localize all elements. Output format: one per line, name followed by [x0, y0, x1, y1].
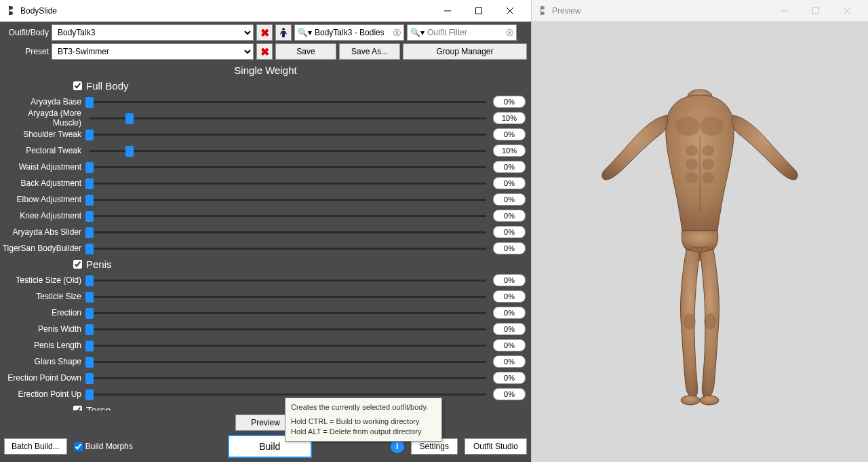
preview-viewport[interactable] [532, 22, 868, 462]
slider-track[interactable] [87, 225, 489, 239]
slider-track[interactable] [87, 111, 489, 125]
slider-value-input[interactable]: 10% [493, 145, 526, 157]
slider-value-input[interactable]: 0% [493, 323, 526, 335]
sliders-area[interactable]: Full Body Aryayda Base 0% Aryayda (More … [0, 78, 531, 410]
slider-value-input[interactable]: 0% [493, 161, 526, 173]
slider-thumb[interactable] [85, 162, 94, 173]
slider-label: TigerSan BodyBuilder [0, 244, 87, 253]
slider-thumb[interactable] [85, 244, 94, 254]
slider-track[interactable] [87, 144, 489, 157]
slider-track[interactable] [87, 95, 489, 109]
slider-thumb[interactable] [85, 308, 94, 319]
preset-select[interactable]: BT3-Swimmer [52, 43, 254, 60]
slider-thumb[interactable] [85, 357, 94, 368]
slider-track[interactable] [87, 306, 489, 320]
slider-track[interactable] [87, 209, 489, 223]
slider-thumb[interactable] [125, 146, 134, 157]
slider-track[interactable] [87, 242, 489, 255]
info-icon[interactable]: i [391, 440, 404, 453]
group-header[interactable]: Penis [0, 256, 530, 272]
slider-label: Shoulder Tweak [0, 130, 87, 139]
slider-thumb[interactable] [85, 130, 94, 140]
outfit-delete-button[interactable]: ✖ [256, 24, 273, 41]
slider-thumb[interactable] [85, 292, 94, 303]
save-button[interactable]: Save [275, 43, 336, 60]
group-filter-input[interactable] [315, 28, 391, 37]
preset-delete-button[interactable]: ✖ [256, 43, 273, 60]
clear-group-filter-icon[interactable]: ⓧ [393, 28, 401, 38]
save-as-button[interactable]: Save As... [339, 43, 400, 60]
slider-thumb[interactable] [85, 324, 94, 335]
build-morphs-checkbox-label[interactable]: Build Morphs [74, 442, 133, 451]
outfit-filter-search[interactable]: 🔍▾ ⓧ [407, 24, 517, 41]
outfit-studio-button[interactable]: Outfit Studio [465, 438, 527, 455]
slider-thumb[interactable] [85, 227, 94, 238]
slider-thumb[interactable] [85, 97, 94, 108]
slider-value-input[interactable]: 0% [493, 128, 526, 140]
slider-track[interactable] [87, 322, 489, 336]
maximize-button[interactable] [463, 1, 494, 21]
slider-track[interactable] [87, 160, 489, 174]
group-name: Full Body [86, 80, 129, 92]
clear-outfit-filter-icon[interactable]: ⓧ [506, 28, 513, 38]
slider-track[interactable] [87, 176, 489, 190]
slider-row: Aryayda (More Muscle) 10% [0, 110, 530, 126]
slider-thumb[interactable] [85, 373, 94, 384]
slider-track[interactable] [87, 355, 489, 368]
group-header[interactable]: Full Body [0, 78, 530, 94]
slider-value-input[interactable]: 0% [493, 307, 526, 319]
slider-row: Aryayda Base 0% [0, 94, 530, 110]
slider-value-input[interactable]: 0% [493, 226, 526, 238]
outfit-filter-input[interactable] [427, 28, 503, 37]
slider-thumb[interactable] [85, 178, 94, 189]
slider-value-input[interactable]: 0% [493, 242, 526, 254]
slider-track[interactable] [87, 193, 489, 206]
slider-row: Erection Point Down 0% [0, 370, 530, 386]
minimize-button[interactable] [432, 1, 463, 21]
slider-value-input[interactable]: 0% [493, 274, 526, 286]
slider-value-input[interactable]: 0% [493, 210, 526, 222]
slider-thumb[interactable] [85, 195, 94, 206]
svg-point-10 [700, 117, 724, 136]
group-checkbox[interactable] [73, 406, 82, 410]
slider-value-input[interactable]: 0% [493, 96, 526, 108]
slider-thumb[interactable] [85, 275, 94, 286]
close-button[interactable] [494, 1, 526, 21]
slider-label: Waist Adjustment [0, 162, 87, 172]
preview-titlebar: Preview [532, 0, 868, 22]
slider-thumb[interactable] [125, 113, 134, 124]
slider-track[interactable] [87, 128, 489, 141]
slider-track[interactable] [87, 339, 489, 352]
slider-track[interactable] [87, 290, 489, 303]
group-filter-search[interactable]: 🔍▾ ⓧ [294, 24, 404, 41]
outfit-body-label: Outfit/Body [4, 28, 49, 37]
x-icon: ✖ [260, 26, 269, 39]
preset-label: Preset [4, 47, 49, 56]
slider-value-input[interactable]: 0% [493, 290, 526, 303]
slider-thumb[interactable] [85, 341, 94, 351]
slider-value-input[interactable]: 0% [493, 388, 526, 400]
slider-track[interactable] [87, 371, 489, 385]
slider-value-input[interactable]: 0% [493, 193, 526, 206]
weight-header: Single Weight [0, 62, 531, 78]
batch-build-button[interactable]: Batch Build... [4, 438, 67, 455]
group-checkbox[interactable] [73, 81, 82, 90]
group-checkbox[interactable] [73, 260, 82, 269]
slider-value-input[interactable]: 0% [493, 339, 526, 351]
slider-track[interactable] [87, 273, 489, 287]
slider-label: Testicle Size [0, 292, 87, 301]
preview-close-button [831, 1, 863, 21]
build-morphs-checkbox[interactable] [74, 442, 83, 451]
body-icon [278, 27, 289, 38]
outfit-refresh-button[interactable] [275, 24, 292, 41]
group-header[interactable]: Torso [0, 402, 530, 410]
slider-value-input[interactable]: 0% [493, 372, 526, 384]
slider-thumb[interactable] [85, 211, 94, 222]
group-manager-button[interactable]: Group Manager [403, 43, 527, 60]
body-model [591, 76, 808, 408]
slider-value-input[interactable]: 0% [493, 355, 526, 368]
slider-value-input[interactable]: 0% [493, 177, 526, 189]
slider-value-input[interactable]: 10% [493, 112, 526, 124]
outfit-body-select[interactable]: BodyTalk3 [52, 24, 254, 41]
slider-thumb[interactable] [85, 389, 94, 400]
